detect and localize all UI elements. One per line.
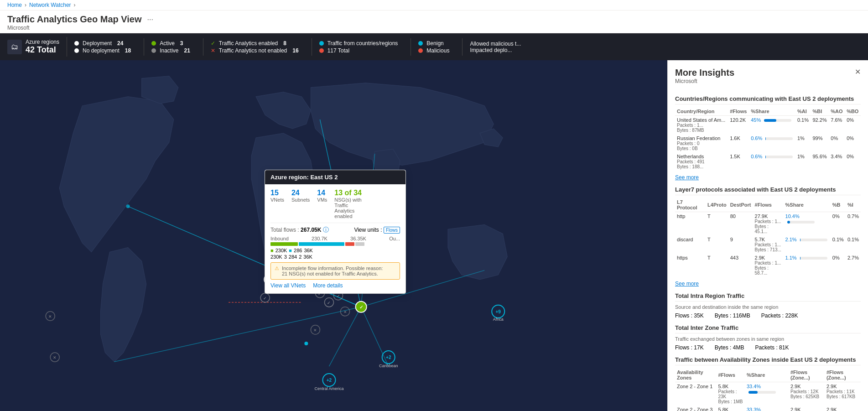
intra-bytes: Bytes : 116MB [715,312,750,319]
traffic-total: 117 Total [327,47,350,54]
col-b: %B [831,198,846,212]
svg-text:Central America: Central America [314,386,343,391]
page-header: Traffic Analytics Geo Map View ··· Micro… [0,10,868,33]
bar-green [270,242,298,246]
popup-stats-row: 15 VNets 24 Subnets 14 VMs 13 of 34 NSG(… [270,189,400,219]
active-label: Active [160,40,175,47]
svg-text:✓: ✓ [359,305,363,310]
inbound-row: Inbound 230.7K 36.35K Ou... [270,236,400,241]
popup-vms: 14 VMs [317,189,327,219]
stat-traffic-countries: Traffic from countries/regions 117 Total [312,38,411,56]
malicious-dot2 [418,48,423,53]
col-zone-flows1: #Flows (Zone...) [789,368,825,382]
col-country: Country/Region [675,107,728,116]
impacted-label: Impacted deplo... [470,47,512,53]
section-countries-title: Countries/Regions communicating with Eas… [675,95,861,104]
table-row: Zone 2 - Zone 3 5.8KPackets : 34KBytes :… [675,406,861,411]
data-row1: ■ 230K ■ 286 36K [270,248,400,253]
breadcrumb-sep2: › [74,2,76,8]
svg-point-39 [304,342,308,345]
azure-regions-icon: 🗂 [7,40,22,54]
see-more-protocols[interactable]: See more [675,281,861,287]
deployment-num: 24 [117,40,123,47]
inter-stats-row: Flows : 17K Bytes : 4MB Packets : 81K [675,344,861,351]
right-panel: More Insights Microsoft ✕ Countries/Regi… [667,60,868,411]
svg-text:+9: +9 [496,309,501,314]
table-row: https T 443 2.9KPackets : 1...Bytes : 58… [675,254,861,277]
deployment-dot [74,41,79,46]
svg-text:Caribbean: Caribbean [379,364,398,368]
popup-vnets: 15 VNets [270,189,284,219]
breadcrumb-home[interactable]: Home [7,2,22,8]
flows-unit[interactable]: Flows [384,227,400,234]
popup-subnets: 24 Subnets [291,189,310,219]
panel-title: More Insights [675,68,734,78]
section-avzones-title: Traffic between Availability Zones insid… [675,356,861,365]
table-row: discard T 9 5.7KPackets : 1...Bytes : 71… [675,235,861,254]
stat-allowed-malicious: Allowed malicious t... Impacted deplo... [463,39,528,55]
main-layout: ✓ ✓ ✓ ✓ ✕ ✓ ✓ ✕ ✕ ✕ +2 Caribbean [0,60,868,411]
intra-stats-row: Flows : 35K Bytes : 116MB Packets : 228K [675,312,861,319]
popup-header: Azure region: East US 2 [265,170,405,184]
inter-desc: Traffic exchanged between zones in same … [675,336,861,342]
svg-text:✕: ✕ [53,355,57,360]
inter-bytes: Bytes : 4MB [715,344,744,351]
data-row2: 230K 3 284 2 36K [270,254,400,260]
view-all-vnets-link[interactable]: View all VNets [270,282,306,289]
deployment-label: Deployment [83,40,112,47]
svg-text:✓: ✓ [337,294,340,298]
page-title: Traffic Analytics Geo Map View [7,14,142,25]
no-deployment-dot [74,48,79,53]
table-row: http T 80 27.9KPackets : 1...Bytes : 45.… [675,212,861,236]
table-row: Zone 2 - Zone 1 5.8KPackets : 23KBytes :… [675,382,861,406]
svg-text:✓: ✓ [327,301,331,305]
intra-flows: Flows : 35K [675,312,704,319]
not-enabled-icon: ✕ [211,47,215,54]
see-more-countries[interactable]: See more [675,174,861,181]
benign-dot [319,41,324,46]
inter-flows: Flows : 17K [675,344,704,351]
stat-active-inactive: Active 3 Inactive 21 [144,38,203,56]
popup-flows-row: Total flows : 267.05K ⓘ View units : Flo… [270,226,400,234]
panel-subtitle: Microsoft [675,78,734,84]
popup-nsgs: 13 of 34 NSG(s) with Traffic Analytics e… [334,189,366,219]
breadcrumb-sep1: › [25,2,26,8]
map-container[interactable]: ✓ ✓ ✓ ✓ ✕ ✓ ✓ ✕ ✕ ✕ +2 Caribbean [0,60,667,411]
popup-body: 15 VNets 24 Subnets 14 VMs 13 of 34 NSG(… [265,184,405,293]
section-inter-title: Total Inter Zone Traffic [675,324,861,333]
more-details-link[interactable]: More details [313,282,343,289]
region-popup: Azure region: East US 2 15 VNets 24 Subn… [265,170,406,294]
breadcrumb-network-watcher[interactable]: Network Watcher [29,2,71,8]
bar-gray [355,242,364,246]
col-share: %Share [749,107,795,116]
bar-row1 [270,242,400,246]
svg-text:✕: ✕ [313,328,317,333]
stat-traffic-analytics: ✓ Traffic Analytics enabled 8 ✕ Traffic … [203,38,312,56]
col-flows2: #Flows [753,198,784,212]
col-zone-share: %Share [745,368,789,382]
section-intra-title: Total Intra Region Traffic [675,292,861,302]
svg-text:+2: +2 [386,355,391,360]
popup-links: View all VNets More details [270,282,400,289]
avzones-table: Availability Zones #Flows %Share #Flows … [675,368,861,411]
enabled-icon: ✓ [211,40,215,47]
protocols-table-container: L7 Protocol L4Proto DestPort #Flows %Sha… [675,198,861,277]
inactive-num: 21 [184,47,190,54]
section-protocols-title: Layer7 protocols associated with East US… [675,186,861,195]
benign-label: Benign [426,40,443,47]
inactive-label: Inactive [160,47,178,54]
svg-text:+2: +2 [327,378,332,383]
col-bo: %BO [845,107,861,116]
countries-table: Country/Region #Flows %Share %AI %BI %AO… [675,107,861,171]
panel-header: More Insights Microsoft ✕ [675,68,861,90]
svg-text:Africa: Africa [493,317,504,322]
ellipsis-button[interactable]: ··· [146,16,155,24]
allowed-malicious-label: Allowed malicious t... [470,41,521,47]
countries-table-container: Country/Region #Flows %Share %AI %BI %AO… [675,107,861,171]
stat-azure-regions: 🗂 Azure regions 42 Total [7,37,67,57]
popup-warning: ⚠ Incomplete flow information. Possible … [270,262,400,280]
no-deployment-label: No deployment [83,47,120,54]
col-zone-flows2: #Flows (Zone...) [825,368,861,382]
close-button[interactable]: ✕ [855,68,861,76]
svg-point-40 [126,204,130,208]
